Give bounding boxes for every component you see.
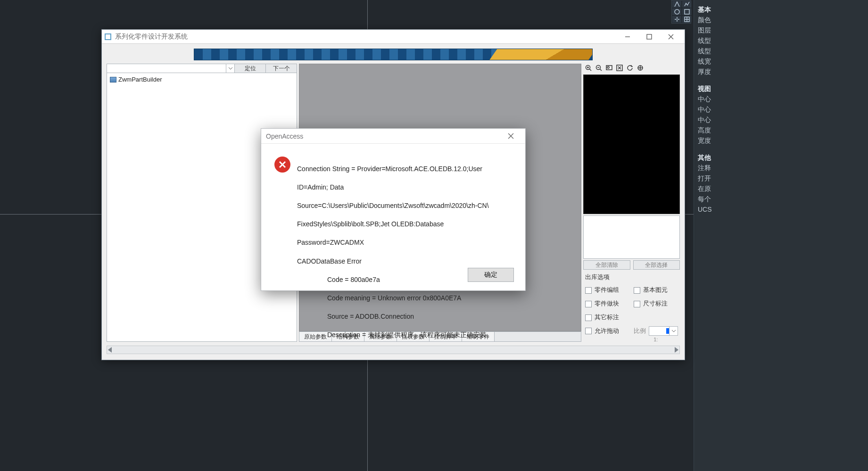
palette-item[interactable]: 高度 — [698, 126, 866, 135]
palette-group-title: 视图 — [698, 85, 866, 93]
tool-icon[interactable] — [672, 16, 682, 23]
thumbnail-preview[interactable] — [583, 74, 680, 214]
app-titlebar[interactable]: 系列化零件设计开发系统 — [102, 30, 685, 44]
palette-item[interactable]: 中心 — [698, 95, 866, 104]
palette-item[interactable]: 每个 — [698, 195, 866, 204]
tool-icon[interactable] — [682, 16, 692, 23]
opt-label: 零件编组 — [595, 286, 619, 294]
zoom-extents-icon[interactable] — [615, 64, 624, 72]
preview-toolbar — [583, 64, 680, 73]
tool-icon[interactable] — [682, 8, 692, 16]
opt-other-anno[interactable]: 其它标注 — [585, 314, 630, 322]
palette-item[interactable]: 中心 — [698, 106, 866, 114]
error-icon — [274, 157, 290, 173]
opt-dim-anno[interactable]: 尺寸标注 — [634, 300, 678, 308]
opt-label: 其它标注 — [595, 314, 619, 322]
left-toolbar: 定位 下一个 — [107, 64, 297, 73]
ratio-under: 1: — [634, 337, 678, 342]
tree-item-label: ZwmPartBuilder — [118, 76, 162, 83]
palette-group-title: 基本 — [698, 6, 866, 14]
app-title: 系列化零件设计开发系统 — [115, 33, 188, 41]
next-button[interactable]: 下一个 — [265, 64, 297, 73]
maximize-button[interactable] — [638, 30, 660, 44]
tool-icon[interactable] — [672, 8, 682, 16]
cad-mini-toolstrip — [671, 0, 691, 24]
svg-point-0 — [675, 9, 679, 14]
chevron-down-icon — [226, 64, 234, 73]
right-column: 全部清除 全部选择 出库选项 零件编组 基本图元 零件做块 尺寸标注 其它标注 … — [583, 64, 680, 342]
opt-group-parts[interactable]: 零件编组 — [585, 286, 630, 294]
opt-label: 允许拖动 — [595, 327, 619, 335]
palette-item[interactable]: 线宽 — [698, 58, 866, 66]
tool-icon[interactable] — [682, 0, 692, 8]
msg-line: Description = 未找到提供程序。该程序可能未正确安装。 — [327, 331, 493, 340]
palette-item[interactable]: 宽度 — [698, 137, 866, 145]
palette-group-title: 其他 — [698, 154, 866, 162]
export-options: 出库选项 零件编组 基本图元 零件做块 尺寸标注 其它标注 允许拖动 比例 — [583, 271, 680, 338]
dialog-buttons: 确定 — [468, 268, 514, 282]
msg-line: Connection String = Provider=Microsoft.A… — [297, 165, 482, 173]
zoom-out-icon[interactable] — [595, 64, 603, 72]
dialog-body: Connection String = Provider=Microsoft.A… — [261, 144, 525, 349]
minimize-button[interactable] — [617, 30, 638, 44]
ratio-label: 比例 — [634, 327, 646, 335]
msg-line: FixedStyles\Spblib\bolt.SPB;Jet OLEDB:Da… — [297, 220, 444, 228]
clear-all-button[interactable]: 全部清除 — [583, 260, 630, 270]
zoom-in-icon[interactable] — [584, 64, 593, 72]
msg-line: ID=Admin; Data — [297, 183, 344, 191]
selection-list[interactable] — [583, 215, 680, 259]
opt-label: 基本图元 — [643, 286, 668, 294]
dialog-close-button[interactable] — [501, 129, 521, 144]
tree-root-item[interactable]: ZwmPartBuilder — [110, 76, 294, 83]
palette-item[interactable]: 图层 — [698, 26, 866, 35]
palette-item[interactable]: 线型 — [698, 47, 866, 56]
dialog-titlebar[interactable]: OpenAccess — [261, 129, 525, 144]
close-button[interactable] — [660, 30, 682, 44]
app-banner — [194, 49, 593, 60]
svg-rect-1 — [685, 9, 689, 14]
ratio-cursor — [666, 328, 669, 334]
chevron-down-icon — [669, 327, 678, 335]
palette-item[interactable]: 打开 — [698, 174, 866, 183]
opt-allow-drag[interactable]: 允许拖动 — [585, 326, 630, 336]
refresh-icon[interactable] — [626, 64, 634, 72]
svg-rect-2 — [647, 34, 652, 39]
ok-button[interactable]: 确定 — [468, 268, 514, 282]
opt-label: 零件做块 — [595, 300, 619, 308]
palette-item[interactable]: 厚度 — [698, 68, 866, 76]
svg-point-6 — [607, 66, 609, 68]
app-icon — [105, 33, 111, 40]
msg-line: Password=ZWCADMX — [297, 239, 364, 246]
category-combo[interactable] — [107, 64, 235, 73]
palette-item[interactable]: 注释 — [698, 164, 866, 173]
tool-icon[interactable] — [672, 0, 682, 8]
msg-line: Source=C:\Users\Public\Documents\Zwsoft\… — [297, 202, 489, 209]
ratio-row: 比例 1: — [634, 326, 678, 336]
ratio-select[interactable] — [649, 326, 678, 336]
palette-item[interactable]: UCS — [698, 206, 866, 213]
options-heading: 出库选项 — [585, 273, 678, 281]
cad-properties-panel: 基本 颜色 图层 线型 线型 线宽 厚度 视图 中心 中心 中心 高度 宽度 其… — [694, 0, 868, 471]
error-dialog: OpenAccess Connection String = Provider=… — [261, 128, 526, 291]
opt-block-parts[interactable]: 零件做块 — [585, 300, 630, 308]
palette-item[interactable]: 在原 — [698, 185, 866, 193]
msg-line: Source = ADODB.Connection — [327, 312, 493, 322]
dialog-message: Connection String = Provider=Microsoft.A… — [297, 155, 493, 349]
selection-buttons: 全部清除 全部选择 — [583, 260, 680, 270]
select-all-button[interactable]: 全部选择 — [633, 260, 680, 270]
msg-line: Code meaning = Unknown error 0x800A0E7A — [327, 294, 493, 303]
palette-item[interactable]: 颜色 — [698, 16, 866, 25]
node-icon — [110, 77, 116, 83]
zoom-window-icon[interactable] — [605, 64, 613, 72]
opt-base-prim[interactable]: 基本图元 — [634, 286, 678, 294]
zoom-all-icon[interactable] — [636, 64, 645, 72]
locate-button[interactable]: 定位 — [234, 64, 266, 73]
palette-item[interactable]: 线型 — [698, 37, 866, 45]
opt-label: 尺寸标注 — [643, 300, 668, 308]
palette-item[interactable]: 中心 — [698, 116, 866, 124]
msg-line: CADODataBase Error — [297, 257, 362, 265]
dialog-title: OpenAccess — [266, 132, 303, 140]
